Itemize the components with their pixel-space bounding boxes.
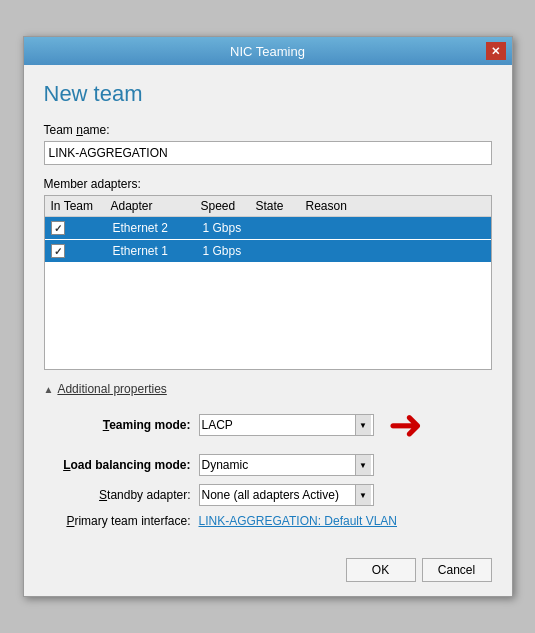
- red-arrow-icon: ➜: [388, 404, 423, 446]
- teaming-mode-label: Teaming mode:: [44, 418, 199, 432]
- teaming-mode-row: Teaming mode: LACP ▼ ➜: [44, 404, 492, 446]
- primary-interface-label: Primary team interface:: [44, 514, 199, 528]
- teaming-mode-value: LACP: [202, 418, 355, 432]
- col-header-reason: Reason: [306, 199, 386, 213]
- load-balancing-value: Dynamic: [202, 458, 355, 472]
- member-adapters-label: Member adapters:: [44, 177, 492, 191]
- cancel-button[interactable]: Cancel: [422, 558, 492, 582]
- standby-adapter-label: Standby adapter:: [44, 488, 199, 502]
- close-button[interactable]: ✕: [486, 42, 506, 60]
- col-header-adapter: Adapter: [111, 199, 201, 213]
- chevron-up-icon: ▲: [44, 384, 54, 395]
- standby-adapter-dropdown[interactable]: None (all adapters Active) ▼: [199, 484, 374, 506]
- title-bar: NIC Teaming ✕: [24, 37, 512, 65]
- page-heading: New team: [44, 81, 492, 107]
- team-name-input[interactable]: [44, 141, 492, 165]
- primary-interface-row: Primary team interface: LINK-AGGREGATION…: [44, 514, 492, 528]
- window-title: NIC Teaming: [50, 44, 486, 59]
- row2-adapter: Ethernet 1: [113, 244, 203, 258]
- ok-button[interactable]: OK: [346, 558, 416, 582]
- row2-inteam: [51, 244, 111, 258]
- row1-inteam: [51, 221, 111, 235]
- main-window: NIC Teaming ✕ New team Team name: Member…: [23, 36, 513, 597]
- content-area: New team Team name: Member adapters: In …: [24, 65, 512, 548]
- team-name-label: Team name:: [44, 123, 492, 137]
- adapters-table: In Team Adapter Speed State Reason Ether…: [44, 195, 492, 370]
- teaming-mode-wrapper: LACP ▼ ➜: [199, 404, 423, 446]
- row1-speed: 1 Gbps: [203, 221, 258, 235]
- load-balancing-row: Load balancing mode: Dynamic ▼: [44, 454, 492, 476]
- table-row[interactable]: Ethernet 2 1 Gbps: [45, 217, 491, 239]
- standby-adapter-arrow-icon: ▼: [355, 485, 371, 505]
- standby-adapter-value: None (all adapters Active): [202, 488, 355, 502]
- teaming-mode-dropdown[interactable]: LACP ▼: [199, 414, 374, 436]
- primary-interface-link[interactable]: LINK-AGGREGATION: Default VLAN: [199, 514, 398, 528]
- footer: OK Cancel: [24, 548, 512, 596]
- load-balancing-arrow-icon: ▼: [355, 455, 371, 475]
- col-header-speed: Speed: [201, 199, 256, 213]
- teaming-mode-arrow-icon: ▼: [355, 415, 371, 435]
- col-header-inteam: In Team: [51, 199, 111, 213]
- col-header-state: State: [256, 199, 306, 213]
- load-balancing-dropdown[interactable]: Dynamic ▼: [199, 454, 374, 476]
- additional-properties-section: ▲ Additional properties: [44, 382, 492, 396]
- load-balancing-label: Load balancing mode:: [44, 458, 199, 472]
- row2-checkbox[interactable]: [51, 244, 65, 258]
- row2-speed: 1 Gbps: [203, 244, 258, 258]
- table-header: In Team Adapter Speed State Reason: [45, 196, 491, 217]
- row1-adapter: Ethernet 2: [113, 221, 203, 235]
- standby-adapter-row: Standby adapter: None (all adapters Acti…: [44, 484, 492, 506]
- row1-checkbox[interactable]: [51, 221, 65, 235]
- table-row[interactable]: Ethernet 1 1 Gbps: [45, 240, 491, 262]
- additional-properties-label: Additional properties: [57, 382, 166, 396]
